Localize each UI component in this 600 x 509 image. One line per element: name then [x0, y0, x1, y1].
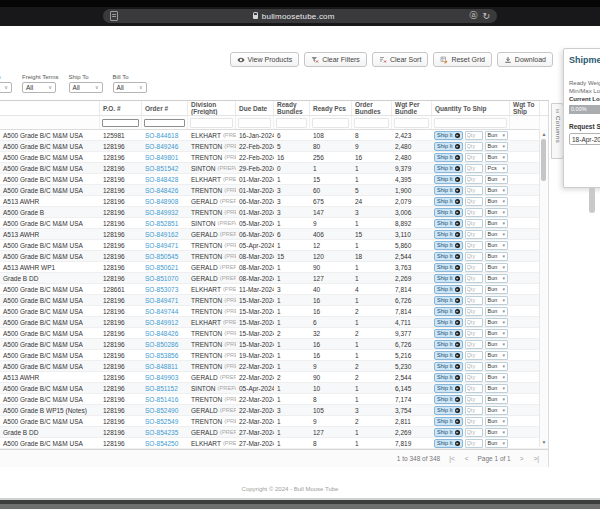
- order-link[interactable]: SO-848426: [145, 330, 178, 337]
- order-link[interactable]: SO-852490: [145, 407, 178, 414]
- ship-to-select[interactable]: All ∨: [69, 82, 103, 93]
- order-bundles-filter-box[interactable]: [354, 118, 389, 128]
- header-division[interactable]: Division (Freight): [188, 101, 236, 115]
- qty-input[interactable]: [465, 428, 483, 437]
- ship-it-button[interactable]: Ship It +: [434, 362, 463, 371]
- unit-select[interactable]: Bun ▾: [485, 307, 508, 316]
- ship-it-button[interactable]: Ship It +: [434, 395, 463, 404]
- order-link[interactable]: SO-851070: [145, 275, 178, 282]
- division-filter-box[interactable]: [190, 118, 233, 128]
- unit-select[interactable]: Bun ▾: [485, 318, 508, 327]
- order-link[interactable]: SO-848811: [145, 363, 178, 370]
- header-po[interactable]: P.O. #: [100, 101, 142, 115]
- prev-page-button[interactable]: <: [464, 455, 470, 462]
- ship-it-button[interactable]: Ship It +: [434, 142, 463, 151]
- reset-grid-button[interactable]: Reset Grid: [433, 52, 491, 67]
- order-link[interactable]: SO-852851: [145, 220, 178, 227]
- qty-input[interactable]: [465, 252, 483, 261]
- qty-input[interactable]: [465, 406, 483, 415]
- order-link[interactable]: SO-849162: [145, 231, 178, 238]
- header-ready-pcs[interactable]: Ready Pcs: [310, 101, 352, 115]
- unit-select[interactable]: Bun ▾: [485, 274, 508, 283]
- order-link[interactable]: SO-853073: [145, 286, 178, 293]
- unit-select[interactable]: Bun ▾: [485, 186, 508, 195]
- ship-it-button[interactable]: Ship It +: [434, 296, 463, 305]
- order-link[interactable]: SO-844618: [145, 132, 178, 139]
- qty-input[interactable]: [465, 175, 483, 184]
- qty-input[interactable]: [465, 164, 483, 173]
- unit-select[interactable]: Bun ▾: [485, 373, 508, 382]
- scroll-up-icon[interactable]: ▲: [540, 130, 548, 138]
- qty-input[interactable]: [465, 197, 483, 206]
- qty-input[interactable]: [465, 340, 483, 349]
- header-order-bundles[interactable]: Order Bundles: [352, 101, 392, 115]
- ship-it-button[interactable]: Ship It +: [434, 428, 463, 437]
- ship-it-button[interactable]: Ship It +: [434, 384, 463, 393]
- first-page-button[interactable]: |<: [448, 455, 455, 462]
- page-scrollbar-thumb[interactable]: [589, 187, 595, 213]
- qty-input[interactable]: [465, 373, 483, 382]
- unit-select[interactable]: Bun ▾: [485, 417, 508, 426]
- ship-it-button[interactable]: Ship It +: [434, 307, 463, 316]
- header-product[interactable]: [0, 101, 100, 115]
- header-due-date[interactable]: Due Date: [236, 101, 274, 115]
- qty-input[interactable]: [465, 329, 483, 338]
- reload-icon[interactable]: ↻: [482, 12, 490, 21]
- qty-input[interactable]: [465, 439, 483, 448]
- ship-it-button[interactable]: Ship It +: [434, 351, 463, 360]
- ship-it-button[interactable]: Ship It +: [434, 164, 463, 173]
- qty-input[interactable]: [465, 230, 483, 239]
- view-products-button[interactable]: View Products: [230, 52, 300, 67]
- qty-input[interactable]: [465, 186, 483, 195]
- qty-input[interactable]: [465, 142, 483, 151]
- unit-select[interactable]: Bun ▾: [485, 241, 508, 250]
- translate-icon[interactable]: ⓐ: [469, 12, 477, 20]
- unit-select[interactable]: Bun ▾: [485, 153, 508, 162]
- ship-it-button[interactable]: Ship It +: [434, 153, 463, 162]
- header-order[interactable]: Order #: [142, 101, 188, 115]
- qty-input[interactable]: [465, 296, 483, 305]
- order-link[interactable]: SO-849471: [145, 242, 178, 249]
- freight-terms-select[interactable]: All ∨: [22, 82, 56, 93]
- unit-select[interactable]: Bun ▾: [485, 219, 508, 228]
- po-filter-input[interactable]: [102, 119, 139, 127]
- order-link[interactable]: SO-851416: [145, 396, 178, 403]
- qty-input[interactable]: [465, 285, 483, 294]
- header-ready-bundles[interactable]: Ready Bundles: [274, 101, 310, 115]
- ship-it-button[interactable]: Ship It +: [434, 340, 463, 349]
- qty-input[interactable]: [465, 131, 483, 140]
- qty-input[interactable]: [465, 208, 483, 217]
- order-link[interactable]: SO-854250: [145, 440, 178, 447]
- qty-input[interactable]: [465, 417, 483, 426]
- unit-select[interactable]: Pcs ▾: [485, 164, 508, 173]
- order-link[interactable]: SO-849471: [145, 297, 178, 304]
- ship-it-button[interactable]: Ship It +: [434, 329, 463, 338]
- order-link[interactable]: SO-850286: [145, 341, 178, 348]
- order-link[interactable]: SO-853856: [145, 352, 178, 359]
- qty-input[interactable]: [465, 241, 483, 250]
- order-link[interactable]: SO-850621: [145, 264, 178, 271]
- last-page-button[interactable]: >|: [533, 455, 540, 462]
- ship-it-button[interactable]: Ship It +: [434, 318, 463, 327]
- qty-input[interactable]: [465, 351, 483, 360]
- ready-bundles-filter-box[interactable]: [276, 118, 307, 128]
- unit-select[interactable]: Bun ▾: [485, 142, 508, 151]
- ship-it-button[interactable]: Ship It +: [434, 219, 463, 228]
- ready-pcs-filter-box[interactable]: [312, 118, 349, 128]
- header-wgt-to-ship[interactable]: Wgt To Ship: [510, 101, 540, 115]
- qty-input[interactable]: [465, 395, 483, 404]
- unit-select[interactable]: Bun ▾: [485, 340, 508, 349]
- order-filter-input[interactable]: [144, 119, 185, 127]
- ship-it-button[interactable]: Ship It +: [434, 186, 463, 195]
- qty-input[interactable]: [465, 307, 483, 316]
- order-link[interactable]: SO-852549: [145, 418, 178, 425]
- address-bar[interactable]: bullmoosetube.com ⓐ ↻: [103, 9, 497, 23]
- qty-input[interactable]: [465, 274, 483, 283]
- header-quantity-to-ship[interactable]: Quantity To Ship: [432, 101, 510, 115]
- clear-filters-button[interactable]: Clear Filters: [304, 52, 367, 67]
- ship-it-button[interactable]: Ship It +: [434, 406, 463, 415]
- unit-select[interactable]: Bun ▾: [485, 175, 508, 184]
- ship-it-button[interactable]: Ship It +: [434, 274, 463, 283]
- ship-it-button[interactable]: Ship It +: [434, 208, 463, 217]
- unit-select[interactable]: Bun ▾: [485, 329, 508, 338]
